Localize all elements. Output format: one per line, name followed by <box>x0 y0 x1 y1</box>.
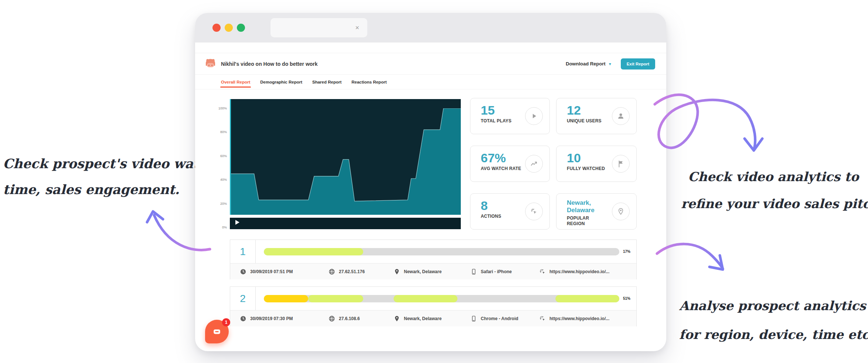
detail-text: Safari - iPhone <box>481 269 512 274</box>
annotation-line: refine your video sales pitch. <box>681 190 866 217</box>
axis-tick: 0% <box>222 225 227 229</box>
browser-titlebar: × <box>195 13 666 43</box>
watch-rate-axis: 100% 80% 60% 40% 20% 0% <box>205 99 227 229</box>
click-icon <box>539 268 546 275</box>
detail-time: 30/09/2019 07:30 PM <box>240 315 293 322</box>
stat-label: FULLY WATCHED <box>567 166 608 172</box>
stat-label: AVG WATCH RATE <box>481 166 522 172</box>
arrowhead-left <box>147 211 163 222</box>
annotation-line: Check prospect's video watch <box>3 151 174 177</box>
pin-icon <box>394 268 400 275</box>
stat-value: Newark, Delaware <box>567 199 611 214</box>
annotation-line: Analyse prospect analytics <box>679 291 864 320</box>
stat-card-popular-region: Newark, Delaware POPULAR REGION <box>556 193 637 230</box>
playhead-line <box>230 99 231 229</box>
globe-icon <box>329 315 335 322</box>
detail-time: 30/09/2019 07:51 PM <box>240 268 293 275</box>
chevron-down-icon[interactable]: ▾ <box>609 61 611 67</box>
close-traffic-light-icon[interactable] <box>212 24 221 32</box>
detail-source-url: https://www.hippovideo.io/... <box>539 268 609 275</box>
globe-icon <box>329 268 335 275</box>
minimize-traffic-light-icon[interactable] <box>225 24 233 32</box>
annotation-right-top: Check video analytics to refine your vid… <box>681 163 866 217</box>
viewer-index: 1 <box>230 240 256 263</box>
annotation-line: Check video analytics to <box>681 163 866 190</box>
tab-shared-report[interactable]: Shared Report <box>312 75 341 89</box>
stat-card-unique-users: 12 UNIQUE USERS <box>556 98 637 134</box>
viewer-row[interactable]: 1 17% 30/09/2019 07:51 PM 27.62.51.176 N… <box>230 240 637 279</box>
notification-badge: 1 <box>222 318 230 326</box>
watched-segment <box>555 295 619 302</box>
watch-rate-area-chart <box>230 108 461 227</box>
axis-tick: 100% <box>218 106 227 110</box>
viewer-row[interactable]: 2 51% 30/09/2019 07:30 PM 27.6.108.6 New… <box>230 286 637 326</box>
arrowhead-right-top <box>745 139 762 150</box>
video-report-title: Nikhil's video on How to do better work <box>221 61 318 67</box>
watched-segment <box>308 295 363 302</box>
tab-close-icon[interactable]: × <box>355 24 359 31</box>
hippo-logo <box>204 58 217 70</box>
stat-card-actions: 8 ACTIONS <box>470 193 550 230</box>
detail-text: Newark, Delaware <box>404 316 442 321</box>
detail-ip: 27.6.108.6 <box>329 315 360 322</box>
detail-location: Newark, Delaware <box>394 268 442 275</box>
annotation-line: time, sales engagement. <box>3 177 174 203</box>
detail-ip: 27.62.51.176 <box>329 268 365 275</box>
axis-tick: 20% <box>220 202 227 206</box>
detail-link[interactable]: https://www.hippovideo.io/... <box>549 316 609 321</box>
stat-card-fully-watched: 10 FULLY WATCHED <box>556 146 637 182</box>
detail-text: 27.6.108.6 <box>339 316 360 321</box>
browser-window: × Nikhil's video on How to do better wor… <box>195 13 666 351</box>
watched-segment <box>394 295 457 302</box>
watch-percent: 17% <box>623 250 636 254</box>
viewer-index: 2 <box>230 287 256 310</box>
video-controls-bar <box>230 218 461 229</box>
stat-label: ACTIONS <box>481 214 522 219</box>
viewer-details: 30/09/2019 07:30 PM 27.6.108.6 Newark, D… <box>230 311 636 326</box>
phone-icon <box>470 268 477 275</box>
traffic-lights <box>212 24 245 32</box>
stat-label: UNIQUE USERS <box>567 118 608 124</box>
chat-bubble-icon <box>212 326 222 337</box>
tab-reactions-report[interactable]: Reactions Report <box>351 75 387 89</box>
browser-tab[interactable]: × <box>270 18 367 37</box>
watch-progress-bar[interactable] <box>264 295 619 302</box>
arrowhead-right-bottom <box>709 255 723 269</box>
report-tabs: Overall Report Demographic Report Shared… <box>195 75 666 89</box>
stat-card-avg-watch-rate: 67% AVG WATCH RATE <box>470 146 550 182</box>
download-report-button[interactable]: Download Report <box>566 61 606 67</box>
tab-demographic-report[interactable]: Demographic Report <box>260 75 302 89</box>
detail-device: Safari - iPhone <box>470 268 512 275</box>
click-icon <box>539 315 546 322</box>
annotation-left: Check prospect's video watch time, sales… <box>3 151 174 203</box>
video-scrubber[interactable] <box>230 215 461 218</box>
detail-link[interactable]: https://www.hippovideo.io/... <box>549 269 609 274</box>
maximize-traffic-light-icon[interactable] <box>237 24 245 32</box>
tab-overall-report[interactable]: Overall Report <box>221 75 250 89</box>
watched-segment <box>264 248 363 255</box>
exit-report-button[interactable]: Exit Report <box>621 58 655 69</box>
axis-tick: 40% <box>220 178 227 182</box>
pin-icon <box>612 203 630 220</box>
landing-hero: Check prospect's video watch time, sales… <box>0 0 868 363</box>
viewer-details: 30/09/2019 07:51 PM 27.62.51.176 Newark,… <box>230 264 636 279</box>
chat-widget-button[interactable]: 1 <box>205 320 229 343</box>
watch-progress-bar[interactable] <box>264 248 619 255</box>
play-button[interactable] <box>235 220 240 227</box>
click-icon <box>525 203 543 220</box>
stat-card-total-plays: 15 TOTAL PLAYS <box>470 98 550 134</box>
watch-percent: 51% <box>623 296 636 301</box>
pin-icon <box>394 315 400 322</box>
stat-label: POPULAR REGION <box>567 216 608 227</box>
detail-text: 30/09/2019 07:51 PM <box>250 269 293 274</box>
watched-segment <box>264 295 308 302</box>
flag-icon <box>612 155 630 173</box>
detail-text: Chrome - Android <box>481 316 518 321</box>
video-player[interactable] <box>230 99 461 229</box>
clock-icon <box>240 268 246 275</box>
detail-text: 27.62.51.176 <box>339 269 365 274</box>
phone-icon <box>470 315 477 322</box>
annotation-line: for region, device, time etc. <box>679 320 864 349</box>
stat-label: TOTAL PLAYS <box>481 118 522 124</box>
annotation-right-bottom: Analyse prospect analytics for region, d… <box>679 291 864 349</box>
